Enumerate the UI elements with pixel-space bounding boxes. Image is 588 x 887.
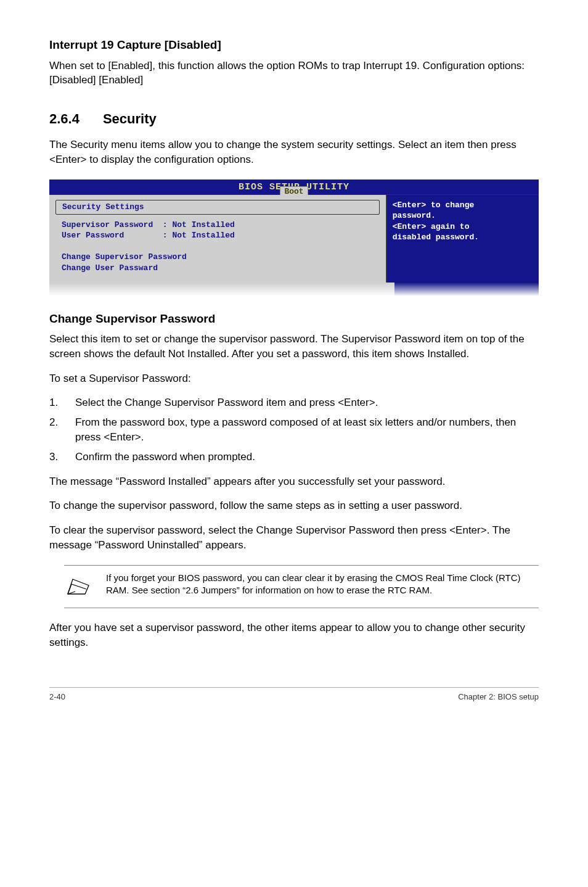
list-text: From the password box, type a password c… [75,415,539,445]
text-to-clear: To clear the supervisor password, select… [49,523,539,553]
note-block: If you forget your BIOS password, you ca… [64,565,539,608]
list-text: Confirm the password when prompted. [75,450,255,464]
heading-change-supervisor: Change Supervisor Password [49,311,539,328]
note-text: If you forget your BIOS password, you ca… [106,572,539,597]
text-security-intro: The Security menu items allow you to cha… [49,138,539,167]
heading-security: 2.6.4Security [49,110,539,129]
bios-help-line1: <Enter> to change [393,200,533,211]
list-text: Select the Change Supervisor Password it… [75,395,378,410]
bios-section-title: Security Settings [55,200,380,215]
bios-help-line4: disabled password. [393,232,533,243]
bios-screenshot: BIOS SETUP UTILITY Boot Security Setting… [49,179,539,296]
footer-page-number: 2-40 [49,691,65,703]
bios-body: Security Settings Supervisor Password : … [49,194,539,283]
list-item: 3. Confirm the password when prompted. [49,450,539,464]
pencil-icon [64,576,94,601]
list-number: 2. [49,415,75,445]
text-msg-installed: The message “Password Installed” appears… [49,474,539,489]
heading-number: 2.6.4 [49,110,80,129]
list-item: 1. Select the Change Supervisor Password… [49,395,539,410]
heading-interrupt19: Interrupt 19 Capture [Disabled] [49,37,539,54]
bios-row-user: User Password : Not Installed [49,230,386,241]
bios-help-line2: password. [393,210,533,221]
list-item: 2. From the password box, type a passwor… [49,415,539,445]
text-to-change: To change the supervisor password, follo… [49,498,539,513]
text-change-sup-p1: Select this item to set or change the su… [49,332,539,361]
bios-spacer [49,241,386,252]
footer-chapter: Chapter 2: BIOS setup [458,691,539,703]
bios-left-panel: Security Settings Supervisor Password : … [49,195,386,283]
text-interrupt19-body: When set to [Enabled], this function all… [49,59,539,88]
bios-fade [49,283,539,296]
bios-right-panel: <Enter> to change password. <Enter> agai… [386,195,539,283]
page-footer: 2-40 Chapter 2: BIOS setup [49,687,539,703]
bios-tab-boot: Boot [280,186,308,195]
list-number: 1. [49,395,75,410]
text-to-set: To set a Supervisor Password: [49,371,539,386]
heading-title: Security [103,111,157,126]
bios-help-line3: <Enter> again to [393,221,533,233]
bios-header: BIOS SETUP UTILITY Boot [49,179,539,194]
text-after-set: After you have set a supervisor password… [49,621,539,650]
bios-row-change-user: Change User Passward [49,263,386,274]
bios-row-supervisor: Supervisor Password : Not Installed [49,220,386,231]
ordered-list: 1. Select the Change Supervisor Password… [49,395,539,464]
bios-row-change-supervisor: Change Supervisor Password [49,252,386,263]
list-number: 3. [49,450,75,464]
